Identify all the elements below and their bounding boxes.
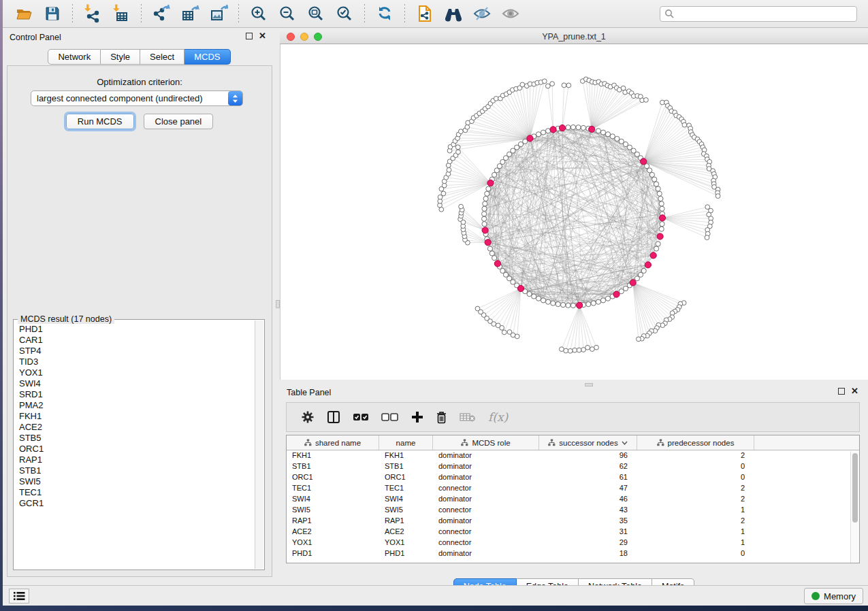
mcds-result-item[interactable]: STB1	[15, 465, 254, 476]
table-row[interactable]: YOX1YOX1connector291	[287, 538, 859, 548]
close-panel-button[interactable]: Close panel	[144, 114, 214, 129]
table-cell: dominator	[433, 548, 539, 559]
table-cell: RAP1	[379, 516, 433, 527]
network-file-icon[interactable]	[415, 3, 435, 24]
table-toolbar: f(x)	[286, 402, 860, 432]
float-window-icon[interactable]	[246, 33, 253, 39]
export-network-icon[interactable]	[151, 3, 172, 24]
mcds-result-item[interactable]: SWI5	[15, 476, 254, 487]
mcds-result-item[interactable]: FKH1	[15, 411, 254, 422]
tab-network[interactable]: Network	[48, 49, 101, 65]
table-cell: 2	[637, 483, 754, 494]
mcds-result-item[interactable]: RAP1	[15, 455, 254, 465]
select-all-icon[interactable]	[353, 412, 369, 422]
memory-label: Memory	[824, 591, 856, 601]
float-window-icon[interactable]	[838, 388, 845, 395]
toolbar-separator	[404, 4, 405, 23]
tab-mcds[interactable]: MCDS	[184, 49, 230, 65]
sort-indicator-icon	[622, 441, 628, 445]
table-row[interactable]: RAP1RAP1dominator352	[287, 516, 859, 527]
export-image-icon[interactable]	[208, 3, 229, 24]
search-icon	[664, 9, 674, 18]
table-cell: 1	[637, 505, 754, 516]
memory-button[interactable]: Memory	[804, 588, 863, 604]
mcds-result-item[interactable]: TEC1	[15, 487, 254, 498]
table-header-row: shared namenameMCDS rolesuccessor nodesp…	[287, 435, 859, 450]
table-row[interactable]: TEC1TEC1connector472	[287, 483, 859, 494]
import-table-icon[interactable]	[111, 3, 131, 24]
mcds-result-item[interactable]: STP4	[15, 346, 254, 357]
table-row[interactable]: ACE2ACE2connector311	[287, 527, 859, 538]
table-cell: dominator	[433, 516, 539, 527]
mcds-result-item[interactable]: PMA2	[15, 400, 254, 411]
table-row[interactable]: SWI5SWI5connector431	[287, 505, 859, 516]
gear-icon[interactable]	[301, 410, 315, 424]
binoculars-icon[interactable]	[443, 3, 464, 24]
criterion-select[interactable]: largest connected component (undirected)	[31, 90, 243, 106]
mcds-result-list[interactable]: PHD1CAR1STP4TID3YOX1SWI4SRD1PMA2FKH1ACE2…	[15, 324, 254, 568]
mcds-result-item[interactable]: ACE2	[15, 422, 254, 433]
table-cell: PHD1	[287, 548, 379, 559]
table-cell: TEC1	[287, 483, 379, 494]
zoom-selected-icon[interactable]	[334, 3, 355, 24]
column-header-predecessor-nodes[interactable]: predecessor nodes	[637, 435, 754, 450]
network-view-canvas[interactable]	[280, 44, 868, 380]
export-table-icon[interactable]	[180, 3, 200, 24]
network-graph[interactable]	[280, 44, 868, 380]
run-mcds-button[interactable]: Run MCDS	[66, 114, 134, 129]
column-header-label: name	[396, 439, 416, 447]
table-row[interactable]: SWI4SWI4dominator462	[287, 494, 859, 505]
mcds-tab-content: Optimization criterion: largest connecte…	[7, 65, 272, 577]
mcds-result-item[interactable]: PHD1	[15, 324, 254, 335]
close-window-icon[interactable]	[287, 33, 295, 41]
result-scrollbar[interactable]	[255, 320, 263, 569]
table-cell: 1	[637, 527, 754, 538]
table-cell: 62	[539, 461, 637, 472]
mcds-result-item[interactable]: SRD1	[15, 389, 254, 400]
tab-select[interactable]: Select	[140, 49, 184, 65]
table-row[interactable]: PHD1PHD1dominator180	[287, 548, 859, 559]
maximize-window-icon[interactable]	[314, 33, 322, 41]
table-row[interactable]: FKH1FKH1dominator962	[287, 450, 859, 461]
table-scrollbar[interactable]	[850, 451, 859, 563]
refresh-icon[interactable]	[374, 3, 395, 24]
mcds-result-item[interactable]: TID3	[15, 357, 254, 367]
import-network-icon[interactable]	[82, 3, 103, 24]
control-panel-title: Control Panel	[10, 33, 61, 42]
close-panel-icon[interactable]: ✕	[851, 388, 858, 395]
column-header-name[interactable]: name	[379, 435, 433, 450]
zoom-out-icon[interactable]	[277, 3, 298, 24]
table-cell: connector	[433, 527, 539, 538]
deselect-all-icon[interactable]	[381, 412, 399, 422]
minimize-window-icon[interactable]	[300, 33, 308, 41]
zoom-in-icon[interactable]	[248, 3, 269, 24]
task-list-button[interactable]	[9, 589, 29, 604]
zoom-fit-icon[interactable]	[306, 3, 326, 24]
table-row[interactable]: STB1STB1dominator620	[287, 461, 859, 472]
save-icon[interactable]	[42, 3, 63, 24]
mcds-result-item[interactable]: STB5	[15, 433, 254, 444]
column-view-icon[interactable]	[327, 410, 340, 424]
network-window-titlebar[interactable]: YPA_prune.txt_1	[280, 29, 868, 44]
column-header-MCDS-role[interactable]: MCDS role	[433, 435, 539, 450]
hide-eye-icon[interactable]	[472, 3, 492, 24]
search-input[interactable]	[674, 9, 852, 18]
status-bar: Memory	[3, 585, 868, 606]
eye-icon[interactable]	[500, 3, 521, 24]
mcds-result-item[interactable]: ORC1	[15, 444, 254, 455]
tab-style[interactable]: Style	[101, 49, 140, 65]
column-header-successor-nodes[interactable]: successor nodes	[539, 435, 637, 450]
table-row[interactable]: ORC1ORC1dominator610	[287, 472, 859, 483]
folder-open-icon[interactable]	[14, 3, 34, 24]
mcds-result-item[interactable]: YOX1	[15, 367, 254, 378]
network-window-title: YPA_prune.txt_1	[280, 32, 868, 42]
column-header-shared-name[interactable]: shared name	[287, 435, 379, 450]
table-panel-titlebar: Table Panel ✕	[280, 383, 868, 401]
mcds-result-item[interactable]: SWI4	[15, 378, 254, 389]
mcds-result-item[interactable]: GCR1	[15, 498, 254, 509]
add-icon[interactable]	[411, 411, 423, 423]
mcds-result-item[interactable]: CAR1	[15, 335, 254, 346]
close-panel-icon[interactable]: ✕	[259, 33, 266, 39]
delete-icon[interactable]	[436, 411, 447, 424]
scrollbar-thumb[interactable]	[852, 453, 858, 523]
